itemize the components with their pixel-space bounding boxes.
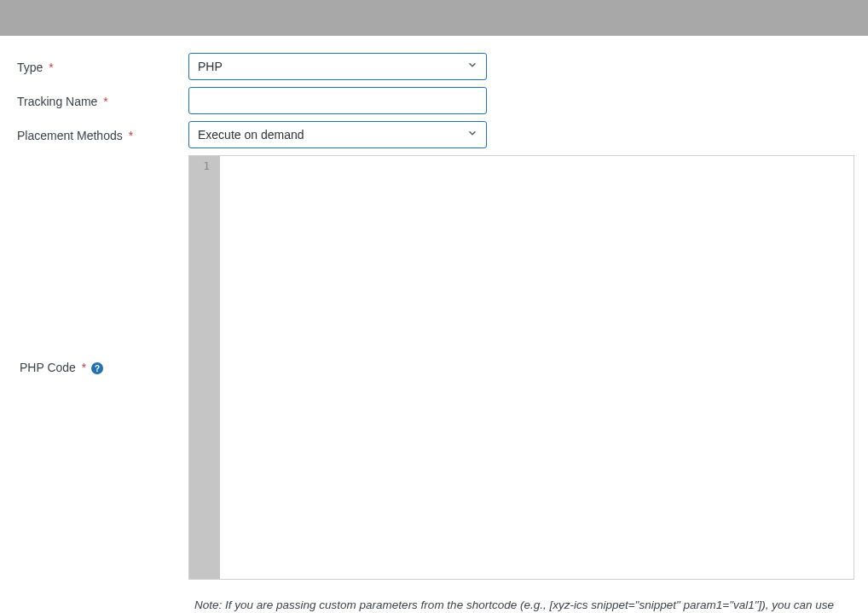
type-select[interactable]: PHP	[188, 53, 487, 80]
code-editor[interactable]: 1	[188, 155, 854, 580]
required-asterisk: *	[82, 361, 86, 374]
type-row: Type * PHP	[17, 53, 854, 80]
tracking-name-row: Tracking Name *	[17, 87, 854, 114]
tracking-name-input[interactable]	[188, 87, 487, 114]
required-asterisk: *	[49, 61, 53, 74]
note-text: Note: If you are passing custom paramete…	[188, 597, 836, 613]
required-asterisk: *	[103, 95, 107, 108]
type-label-text: Type	[17, 61, 43, 74]
php-code-label-text: PHP Code	[20, 361, 76, 374]
top-gray-bar	[0, 0, 868, 36]
form-panel: Type * PHP Tracking Name * Placement Met…	[0, 36, 868, 613]
placement-methods-label: Placement Methods *	[17, 127, 188, 142]
placement-methods-select[interactable]: Execute on demand	[188, 121, 487, 148]
placement-methods-label-text: Placement Methods	[17, 129, 123, 142]
tracking-name-label: Tracking Name *	[17, 93, 188, 108]
php-code-row: PHP Code * ? 1 Note: I	[17, 155, 854, 613]
type-label: Type *	[17, 59, 188, 74]
php-code-label: PHP Code * ?	[17, 155, 188, 580]
placement-methods-row: Placement Methods * Execute on demand	[17, 121, 854, 148]
required-asterisk: *	[129, 129, 133, 142]
help-icon[interactable]: ?	[91, 362, 103, 374]
line-number: 1	[189, 159, 210, 172]
tracking-name-label-text: Tracking Name	[17, 95, 97, 108]
code-gutter: 1	[189, 156, 215, 579]
code-area[interactable]	[220, 156, 854, 579]
